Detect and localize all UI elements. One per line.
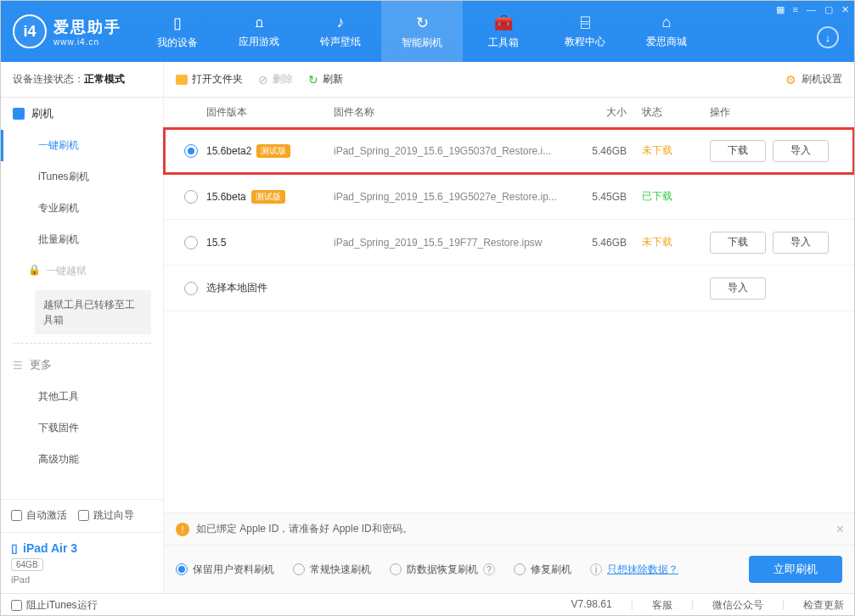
nav-tutorial[interactable]: ⌸教程中心 [544, 1, 626, 62]
alert-close-button[interactable]: × [836, 522, 844, 537]
row-ops: 下载导入 [710, 232, 854, 254]
device-card[interactable]: ▯iPad Air 3 64GB iPad [1, 532, 163, 593]
nav-flash[interactable]: ↻智能刷机 [381, 1, 463, 62]
sidebar-item-other[interactable]: 其他工具 [1, 381, 163, 412]
sidebar-more-head[interactable]: ☰更多 [1, 349, 163, 381]
block-itunes-checkbox[interactable]: 阻止iTunes运行 [11, 598, 98, 613]
sidebar: 刷机 一键刷机 iTunes刷机 专业刷机 批量刷机 🔒一键越狱 越狱工具已转移… [1, 98, 164, 593]
grid-view-icon[interactable]: ▦ [776, 4, 785, 15]
nav-apps[interactable]: ⩍应用游戏 [218, 1, 300, 62]
firmware-filename: iPad_Spring_2019_15.6_19G5027e_Restore.i… [334, 191, 574, 203]
opt-erase-link[interactable]: i只想抹除数据？ [590, 563, 678, 577]
row-ops: 下载导入 [710, 140, 854, 162]
service-link[interactable]: 客服 [652, 598, 672, 613]
import-button[interactable]: 导入 [773, 140, 829, 162]
sidebar-item-itunes[interactable]: iTunes刷机 [1, 161, 163, 193]
opt-anti-recover[interactable]: 防数据恢复刷机? [390, 563, 495, 577]
sidebar-item-pro[interactable]: 专业刷机 [1, 193, 163, 224]
flash-options: 保留用户资料刷机 常规快速刷机 防数据恢复刷机? 修复刷机 i只想抹除数据？ 立… [164, 546, 854, 593]
app-title: 爱思助手 [53, 17, 121, 37]
list-view-icon[interactable]: ≡ [793, 4, 798, 15]
gear-icon: ⚙ [785, 73, 796, 87]
maximize-icon[interactable]: ▢ [824, 4, 833, 15]
device-icon: ▯ [11, 541, 18, 555]
flash-settings-button[interactable]: ⚙刷机设置 [785, 72, 842, 87]
row-radio[interactable] [184, 190, 198, 204]
book-icon: ⌸ [581, 14, 590, 31]
th-status: 状态 [642, 105, 710, 120]
footer: 阻止iTunes运行 V7.98.61 | 客服 | 微信公众号 | 检查更新 [1, 593, 854, 616]
beta-tag: 测试版 [251, 190, 285, 204]
sidebar-item-batch[interactable]: 批量刷机 [1, 224, 163, 255]
firmware-version: 15.5 [206, 237, 226, 249]
lock-icon: 🔒 [28, 264, 41, 278]
download-manager-icon[interactable]: ↓ [817, 26, 839, 48]
firmware-version: 选择本地固件 [206, 281, 267, 295]
table-row[interactable]: 15.6beta2测试版iPad_Spring_2019_15.6_19G503… [164, 128, 854, 174]
table-row[interactable]: 选择本地固件导入 [164, 266, 854, 311]
opt-normal[interactable]: 常规快速刷机 [293, 563, 371, 577]
skip-guide-checkbox[interactable]: 跳过向导 [78, 508, 134, 523]
firmware-filename: iPad_Spring_2019_15.6_19G5037d_Restore.i… [334, 145, 574, 157]
download-button[interactable]: 下载 [710, 140, 766, 162]
import-button[interactable]: 导入 [773, 232, 829, 254]
firmware-status: 已下载 [642, 189, 710, 204]
wechat-link[interactable]: 微信公众号 [712, 598, 763, 613]
delete-icon: ⊘ [258, 73, 268, 87]
warning-icon: ! [176, 523, 189, 536]
logo-icon: i4 [13, 14, 47, 48]
th-size: 大小 [574, 105, 642, 120]
sidebar-item-advanced[interactable]: 高级功能 [1, 444, 163, 475]
beta-tag: 测试版 [256, 144, 290, 158]
opt-repair[interactable]: 修复刷机 [514, 563, 571, 577]
opt-keep-data[interactable]: 保留用户资料刷机 [176, 563, 274, 577]
device-name: iPad Air 3 [23, 541, 77, 555]
nav-media[interactable]: ♪铃声壁纸 [300, 1, 381, 62]
version-label: V7.98.61 [571, 598, 612, 613]
auto-activate-checkbox[interactable]: 自动激活 [11, 508, 67, 523]
refresh-button[interactable]: ↻刷新 [308, 72, 343, 87]
help-icon[interactable]: ? [483, 563, 495, 575]
start-flash-button[interactable]: 立即刷机 [749, 556, 842, 583]
nav-toolbox[interactable]: 🧰工具箱 [463, 1, 544, 62]
toolbar: 设备连接状态：正常模式 打开文件夹 ⊘删除 ↻刷新 ⚙刷机设置 [1, 62, 854, 98]
check-update-link[interactable]: 检查更新 [803, 598, 844, 613]
firmware-version: 15.6beta2 [206, 145, 251, 157]
device-type: iPad [11, 574, 153, 585]
table-row[interactable]: 15.6beta测试版iPad_Spring_2019_15.6_19G5027… [164, 174, 854, 220]
app-header: i4 爱思助手 www.i4.cn ▯我的设备 ⩍应用游戏 ♪铃声壁纸 ↻智能刷… [1, 1, 854, 62]
connection-status: 设备连接状态：正常模式 [1, 62, 164, 98]
nav-my-device[interactable]: ▯我的设备 [137, 1, 218, 62]
row-radio[interactable] [184, 236, 198, 249]
alert-bar: ! 如已绑定 Apple ID，请准备好 Apple ID和密码。 × [164, 513, 854, 546]
sidebar-item-jailbreak: 🔒一键越狱 [1, 255, 163, 287]
sidebar-item-download[interactable]: 下载固件 [1, 412, 163, 444]
close-icon[interactable]: ✕ [841, 4, 849, 15]
firmware-size: 5.46GB [574, 145, 642, 157]
firmware-version: 15.6beta [206, 191, 246, 203]
nav-store[interactable]: ⌂爱思商城 [626, 1, 707, 62]
divider [13, 343, 151, 344]
music-icon: ♪ [337, 14, 345, 31]
store-icon: ⌂ [662, 14, 672, 31]
main-panel: 固件版本 固件名称 大小 状态 操作 15.6beta2测试版iPad_Spri… [164, 98, 854, 593]
refresh-icon: ↻ [308, 73, 318, 87]
minimize-icon[interactable]: — [807, 4, 816, 15]
row-radio[interactable] [184, 282, 198, 295]
table-row[interactable]: 15.5iPad_Spring_2019_15.5_19F77_Restore.… [164, 220, 854, 266]
folder-icon [176, 75, 188, 85]
sidebar-flash-head[interactable]: 刷机 [1, 98, 163, 130]
th-name: 固件名称 [334, 105, 574, 120]
download-button[interactable]: 下载 [710, 232, 766, 254]
firmware-status: 未下载 [642, 235, 710, 249]
flash-icon [13, 108, 25, 120]
info-icon: i [590, 563, 602, 575]
open-folder-button[interactable]: 打开文件夹 [176, 72, 243, 87]
import-button[interactable]: 导入 [710, 277, 766, 300]
row-radio[interactable] [184, 144, 198, 158]
bottom-panel: ! 如已绑定 Apple ID，请准备好 Apple ID和密码。 × 保留用户… [164, 512, 854, 593]
refresh-icon: ↻ [416, 14, 429, 32]
delete-button[interactable]: ⊘删除 [258, 72, 293, 87]
firmware-filename: iPad_Spring_2019_15.5_19F77_Restore.ipsw [334, 237, 574, 249]
sidebar-item-oneclick[interactable]: 一键刷机 [1, 130, 163, 161]
